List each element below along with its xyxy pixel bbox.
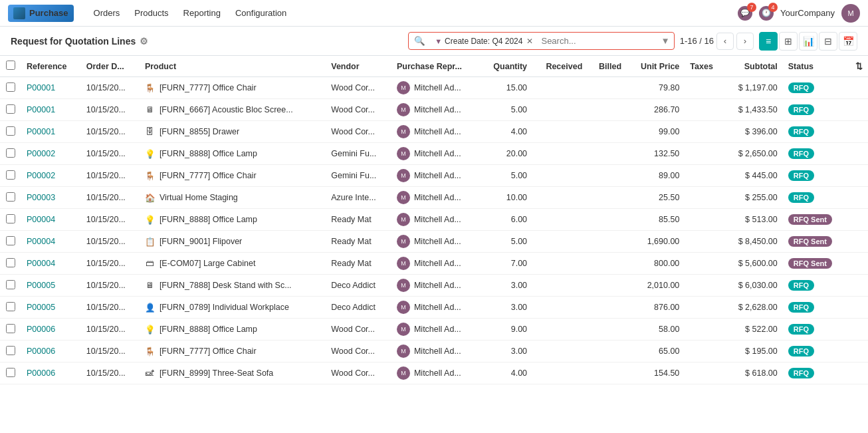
row-checkbox-cell [0, 231, 21, 253]
row-product[interactable]: 👤 [FURN_0789] Individual Workplace [140, 297, 326, 319]
row-order-date: 10/15/20... [81, 77, 140, 99]
row-reference[interactable]: P00002 [21, 143, 81, 165]
row-product[interactable]: 💡 [FURN_8888] Office Lamp [140, 209, 326, 231]
row-taxes [685, 121, 724, 143]
row-vendor[interactable]: Wood Cor... [326, 99, 391, 121]
row-product[interactable]: 🖥 [FURN_6667] Acoustic Bloc Scree... [140, 99, 326, 121]
row-product[interactable]: 🖥 [FURN_7888] Desk Stand with Sc... [140, 275, 326, 297]
col-received[interactable]: Received [532, 56, 588, 77]
row-reference[interactable]: P00006 [21, 319, 81, 341]
row-checkbox[interactable] [6, 368, 15, 377]
row-reference[interactable]: P00001 [21, 121, 81, 143]
calendar-view-button[interactable]: 📅 [839, 32, 857, 51]
col-taxes[interactable]: Taxes [685, 56, 724, 77]
activity-badge[interactable]: 🕐 4 [759, 6, 774, 21]
row-vendor[interactable]: Gemini Fu... [326, 165, 391, 187]
chat-badge[interactable]: 💬 7 [738, 6, 752, 21]
row-product[interactable]: 🪑 [FURN_7777] Office Chair [140, 341, 326, 362]
row-vendor[interactable]: Deco Addict [326, 275, 391, 297]
row-product[interactable]: 💡 [FURN_8888] Office Lamp [140, 319, 326, 341]
nav-orders[interactable]: Orders [87, 5, 127, 21]
nav-reporting[interactable]: Reporting [177, 5, 227, 21]
col-unit-price[interactable]: Unit Price [627, 56, 685, 77]
row-vendor[interactable]: Ready Mat [326, 253, 391, 275]
row-checkbox[interactable] [6, 126, 15, 136]
col-options[interactable]: ⇅ [847, 56, 868, 77]
row-reference[interactable]: P00002 [21, 165, 81, 187]
col-order-date[interactable]: Order D... [81, 56, 140, 77]
row-reference[interactable]: P00003 [21, 187, 81, 209]
row-vendor[interactable]: Deco Addict [326, 297, 391, 319]
row-vendor[interactable]: Wood Cor... [326, 121, 391, 143]
table-row: P00001 10/15/20... 🖥 [FURN_6667] Acousti… [0, 99, 868, 121]
row-checkbox[interactable] [6, 82, 15, 92]
row-reference[interactable]: P00004 [21, 231, 81, 253]
col-vendor[interactable]: Vendor [326, 56, 391, 77]
row-product[interactable]: 🗃 [E-COM07] Large Cabinet [140, 253, 326, 275]
row-product[interactable]: 🪑 [FURN_7777] Office Chair [140, 77, 326, 99]
rep-name: Mitchell Ad... [414, 325, 461, 334]
row-reference[interactable]: P00005 [21, 275, 81, 297]
row-product[interactable]: 🛋 [FURN_8999] Three-Seat Sofa [140, 362, 326, 384]
row-checkbox[interactable] [6, 258, 15, 267]
row-checkbox[interactable] [6, 148, 15, 158]
row-product[interactable]: 🪑 [FURN_7777] Office Chair [140, 165, 326, 187]
kanban-view-button[interactable]: ⊞ [779, 32, 798, 51]
row-vendor[interactable]: Wood Cor... [326, 319, 391, 341]
rep-avatar: M [397, 345, 410, 358]
row-reference[interactable]: P00006 [21, 362, 81, 384]
pivot-view-button[interactable]: ⊟ [819, 32, 837, 51]
col-billed[interactable]: Billed [588, 56, 627, 77]
row-reference[interactable]: P00004 [21, 253, 81, 275]
col-quantity[interactable]: Quantity [481, 56, 532, 77]
settings-icon[interactable]: ⚙ [140, 36, 148, 47]
row-checkbox[interactable] [6, 214, 15, 223]
row-reference[interactable]: P00004 [21, 209, 81, 231]
row-checkbox[interactable] [6, 324, 15, 333]
filter-tag-remove[interactable]: ✕ [526, 37, 533, 46]
row-order-date: 10/15/20... [81, 165, 140, 187]
col-product[interactable]: Product [140, 56, 326, 77]
nav-products[interactable]: Products [128, 5, 175, 21]
search-input[interactable] [537, 33, 657, 49]
list-view-button[interactable]: ≡ [759, 32, 778, 51]
row-vendor[interactable]: Azure Inte... [326, 187, 391, 209]
next-page-button[interactable]: › [736, 33, 754, 50]
row-checkbox[interactable] [6, 104, 15, 114]
col-reference[interactable]: Reference [21, 56, 81, 77]
row-checkbox[interactable] [6, 280, 15, 289]
row-product[interactable]: 🏠 Virtual Home Staging [140, 187, 326, 209]
row-product[interactable]: 🗄 [FURN_8855] Drawer [140, 121, 326, 143]
row-vendor[interactable]: Ready Mat [326, 231, 391, 253]
search-icon-button[interactable]: 🔍 [409, 33, 431, 49]
row-vendor[interactable]: Wood Cor... [326, 362, 391, 384]
row-product[interactable]: 📋 [FURN_9001] Flipover [140, 231, 326, 253]
row-reference[interactable]: P00005 [21, 297, 81, 319]
row-reference[interactable]: P00001 [21, 77, 81, 99]
col-subtotal[interactable]: Subtotal [724, 56, 783, 77]
row-vendor[interactable]: Wood Cor... [326, 77, 391, 99]
product-icon: 💡 [145, 148, 156, 159]
row-checkbox[interactable] [6, 236, 15, 245]
nav-logo[interactable]: Purchase [8, 5, 74, 22]
graph-view-button[interactable]: 📊 [799, 32, 817, 51]
row-reference[interactable]: P00001 [21, 99, 81, 121]
row-vendor[interactable]: Ready Mat [326, 209, 391, 231]
row-taxes [685, 143, 724, 165]
col-purchase-rep[interactable]: Purchase Repr... [391, 56, 481, 77]
prev-page-button[interactable]: ‹ [716, 33, 734, 50]
rep-avatar: M [397, 169, 410, 182]
row-vendor[interactable]: Wood Cor... [326, 341, 391, 362]
col-status[interactable]: Status [783, 56, 847, 77]
user-avatar[interactable]: M [841, 4, 860, 23]
nav-configuration[interactable]: Configuration [229, 5, 293, 21]
search-dropdown-button[interactable]: ▼ [657, 33, 673, 49]
row-checkbox[interactable] [6, 346, 15, 355]
select-all-checkbox[interactable] [6, 61, 15, 70]
row-product[interactable]: 💡 [FURN_8888] Office Lamp [140, 143, 326, 165]
row-vendor[interactable]: Gemini Fu... [326, 143, 391, 165]
row-checkbox[interactable] [6, 192, 15, 202]
row-reference[interactable]: P00006 [21, 341, 81, 362]
row-checkbox[interactable] [6, 302, 15, 311]
row-checkbox[interactable] [6, 170, 15, 180]
